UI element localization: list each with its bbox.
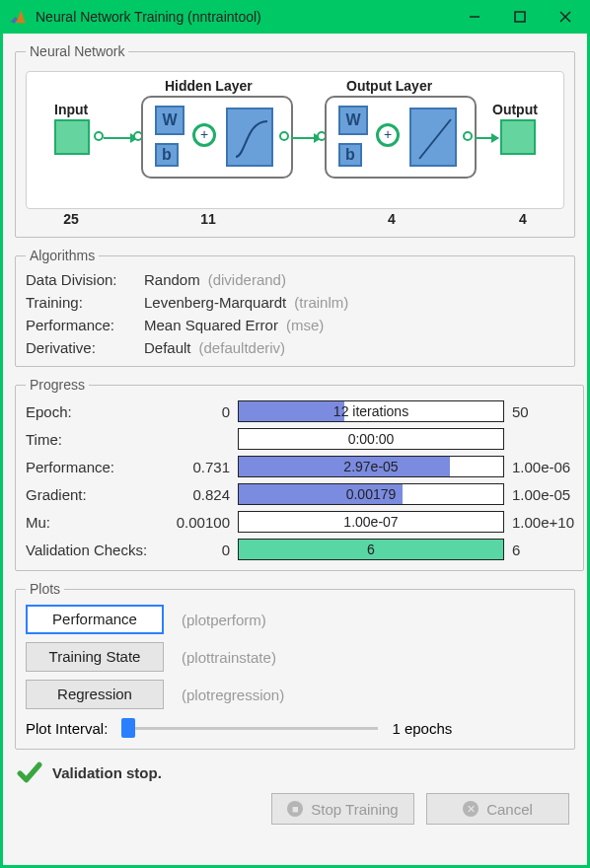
output-layer-label: Output Layer: [346, 78, 432, 94]
cancel-label: Cancel: [486, 801, 533, 818]
progress-label: Validation Checks:: [26, 542, 169, 558]
algorithm-value: Default(defaultderiv): [144, 339, 564, 356]
algorithm-value: Levenberg-Marquardt(trainlm): [144, 294, 564, 311]
cancel-icon: ✕: [463, 801, 479, 817]
svg-line-4: [419, 119, 451, 159]
b-block: b: [155, 143, 179, 167]
stop-icon: ■: [287, 801, 303, 817]
output-layer-size: 4: [300, 211, 483, 227]
progress-label: Performance:: [26, 459, 169, 475]
progress-label: Epoch:: [26, 403, 169, 420]
algorithm-label: Data Division:: [26, 271, 144, 288]
output-label: Output: [492, 102, 538, 117]
minimize-button[interactable]: [452, 0, 497, 34]
svg-rect-1: [515, 12, 525, 22]
plot-interval-value: 1 epochs: [392, 720, 452, 737]
plus-icon: +: [200, 126, 208, 142]
algorithm-value: Random(dividerand): [144, 271, 564, 288]
hidden-size: 11: [116, 211, 300, 227]
output-size: 4: [483, 211, 562, 227]
progress-end: 6: [504, 542, 573, 558]
progress-start: 0.00100: [169, 514, 238, 531]
progress-label: Mu:: [26, 514, 169, 531]
activation-block: [226, 108, 273, 167]
status-text: Validation stop.: [52, 764, 162, 781]
plot-button[interactable]: Performance: [26, 605, 164, 634]
progress-bar: 0:00:00: [238, 428, 504, 450]
check-icon: [17, 760, 42, 785]
algorithms-group: Algorithms Data Division:Random(dividera…: [15, 248, 575, 367]
stop-training-button[interactable]: ■ Stop Training: [271, 793, 414, 825]
cancel-button[interactable]: ✕ Cancel: [426, 793, 569, 825]
algorithm-label: Training:: [26, 294, 144, 311]
input-block: [54, 119, 90, 155]
progress-start: 0.731: [169, 459, 238, 475]
progress-label: Gradient:: [26, 486, 169, 503]
progress-bar: 2.97e-05: [238, 456, 504, 477]
algorithms-heading: Algorithms: [26, 248, 99, 263]
plot-interval-slider[interactable]: [121, 717, 378, 739]
plot-hint: (plottrainstate): [182, 649, 276, 666]
status-row: Validation stop.: [17, 760, 573, 785]
plot-button[interactable]: Regression: [26, 680, 164, 709]
plots-group: Plots Performance(plotperform)Training S…: [15, 581, 575, 750]
sigmoid-icon: [228, 109, 275, 169]
hidden-layer-label: Hidden Layer: [165, 78, 253, 94]
progress-end: 1.00e-05: [504, 486, 573, 503]
progress-heading: Progress: [26, 377, 89, 393]
w-block: W: [155, 106, 184, 135]
plot-interval-label: Plot Interval:: [26, 720, 108, 737]
input-size: 25: [26, 211, 116, 227]
progress-bar: 0.00179: [238, 483, 504, 505]
neural-network-group: Neural Network Input Hidden Layer Output…: [15, 43, 575, 238]
algorithm-label: Performance:: [26, 317, 144, 333]
node-dot: [94, 131, 104, 141]
matlab-icon: [8, 7, 28, 27]
progress-end: 50: [504, 403, 573, 420]
close-button[interactable]: [543, 0, 588, 34]
arrow: [475, 137, 498, 139]
input-label: Input: [54, 102, 88, 117]
neural-network-heading: Neural Network: [26, 43, 128, 59]
output-block: [500, 119, 536, 155]
diagram-size-labels: 25 11 4 4: [26, 211, 564, 227]
maximize-button[interactable]: [497, 0, 543, 34]
node-dot: [279, 131, 289, 141]
progress-end: 1.00e-06: [504, 459, 573, 475]
progress-bar: 1.00e-07: [238, 511, 504, 533]
algorithm-value: Mean Squared Error(mse): [144, 317, 564, 333]
plus-icon: +: [384, 126, 392, 142]
progress-start: 0: [169, 542, 238, 558]
plot-hint: (plotperform): [182, 612, 266, 628]
progress-label: Time:: [26, 431, 169, 448]
w-block: W: [338, 106, 368, 135]
progress-bar: 12 iterations: [238, 400, 504, 422]
b-block: b: [338, 143, 362, 167]
stop-training-label: Stop Training: [311, 801, 398, 818]
activation-block: [409, 108, 457, 167]
window-title: Neural Network Training (nntraintool): [36, 9, 452, 25]
title-bar: Neural Network Training (nntraintool): [0, 0, 590, 34]
progress-end: 1.00e+10: [504, 514, 573, 531]
progress-start: 0.824: [169, 486, 238, 503]
node-dot: [463, 131, 473, 141]
plot-button[interactable]: Training State: [26, 642, 164, 672]
network-diagram: Input Hidden Layer Output Layer Output W…: [26, 71, 564, 209]
arrow: [104, 137, 137, 139]
plots-heading: Plots: [26, 581, 64, 597]
plot-hint: (plotregression): [182, 687, 284, 703]
progress-start: 0: [169, 403, 238, 420]
algorithm-label: Derivative:: [26, 339, 144, 356]
progress-bar: 6: [238, 539, 504, 560]
progress-group: Progress Epoch:012 iterations50Time:0:00…: [15, 377, 584, 571]
linear-icon: [411, 109, 459, 169]
